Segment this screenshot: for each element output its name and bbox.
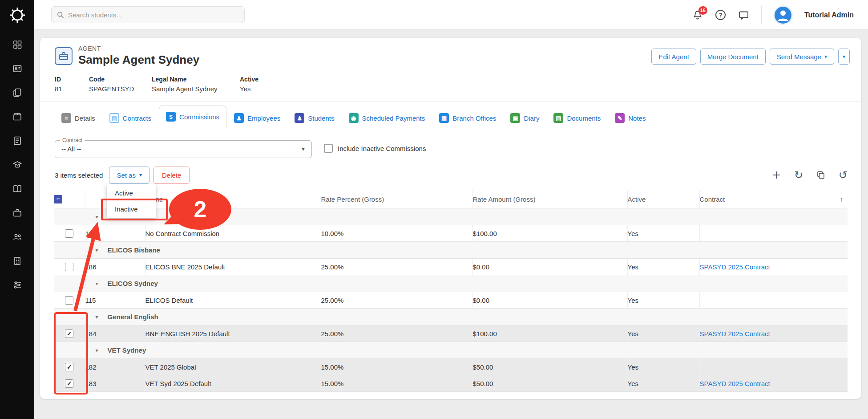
row-checkbox[interactable] (65, 263, 73, 271)
header-actions: Edit Agent Merge Document Send Message (651, 49, 850, 65)
copy-icon (816, 171, 825, 179)
building-icon[interactable] (12, 256, 23, 266)
search-input[interactable] (68, 11, 239, 19)
graduation-cap-icon[interactable] (12, 159, 23, 170)
page-title: Sample Agent Sydney (78, 53, 199, 67)
commissions-table: Name Rate Percent (Gross) Rate Amount (G… (54, 190, 848, 392)
contract-link[interactable]: SPASYD 2025 Contract (700, 263, 770, 271)
book-icon[interactable] (12, 183, 23, 194)
include-inactive-checkbox-box[interactable] (324, 144, 333, 153)
plus-icon: + (772, 170, 781, 180)
collapse-group-icon[interactable] (96, 281, 98, 287)
agent-detail-card: AGENT Sample Agent Sydney Edit Agent Mer… (40, 38, 861, 399)
students-icon: ♟ (295, 113, 304, 123)
box-icon[interactable] (12, 111, 23, 122)
topbar-divider (761, 6, 762, 24)
collapse-group-icon[interactable] (96, 214, 98, 220)
merge-document-button[interactable]: Merge Document (700, 49, 766, 65)
include-inactive-checkbox[interactable]: Include Inactive Commissions (324, 144, 426, 153)
refresh-button[interactable]: ↻ (793, 169, 804, 181)
history-button[interactable]: ↺ (837, 169, 849, 181)
contract-link[interactable]: SPASYD 2025 Contract (700, 380, 770, 387)
select-all-checkbox[interactable] (54, 195, 62, 203)
avatar[interactable] (773, 5, 793, 25)
invoice-icon[interactable] (12, 135, 23, 146)
collapse-group-icon[interactable] (96, 347, 98, 354)
help-icon[interactable]: ? (715, 9, 727, 21)
tab-bar: ≡Details ▤Contracts $Commissions ♟Employ… (55, 106, 652, 128)
group-row: ELICOS Bisbane (54, 242, 848, 259)
tab-notes[interactable]: ✎Notes (608, 108, 652, 128)
include-inactive-label: Include Inactive Commissions (338, 145, 426, 152)
collapse-group-icon[interactable] (96, 247, 98, 253)
table-row-selected[interactable]: 182 VET 2025 Global 15.00% $50.00 Yes (54, 359, 848, 375)
copy-button[interactable] (815, 169, 827, 181)
page: 16 ? Tutorial Admin AGENT Sample Agent S… (0, 0, 868, 419)
col-header-rate-percent[interactable]: Rate Percent (Gross) (321, 190, 472, 208)
search-icon (57, 11, 64, 19)
sliders-icon[interactable] (12, 280, 23, 290)
app-logo[interactable] (7, 5, 27, 25)
notifications-bell-icon[interactable]: 16 (692, 9, 703, 21)
agent-type-label: AGENT (78, 45, 101, 52)
sidebar (0, 0, 34, 419)
row-checkbox[interactable] (65, 229, 73, 238)
send-message-button[interactable]: Send Message (770, 49, 834, 65)
table-row-selected[interactable]: 183 VET Syd 2025 Default 15.00% $50.00 Y… (54, 375, 848, 392)
more-actions-button[interactable] (838, 49, 850, 65)
tab-diary[interactable]: ▣Diary (504, 108, 546, 128)
contracts-icon: ▤ (109, 113, 119, 123)
header-divider (40, 102, 861, 102)
info-field-code: Code SPAGENTSYD (89, 76, 152, 93)
col-header-rate-amount[interactable]: Rate Amount (Gross) (472, 190, 627, 208)
group-row: VET Sydney (54, 342, 848, 359)
table-row[interactable]: 186 ELICOS BNE 2025 Default 25.00% $0.00… (54, 259, 848, 275)
table-row[interactable]: 187 No Contract Commission 10.00% $100.0… (54, 225, 848, 242)
topbar-right: 16 ? Tutorial Admin (692, 0, 854, 30)
collapse-group-icon[interactable] (96, 314, 98, 320)
edit-agent-button[interactable]: Edit Agent (651, 49, 696, 65)
contract-link[interactable]: SPASYD 2025 Contract (700, 330, 770, 338)
delete-button[interactable]: Delete (153, 167, 190, 184)
chat-icon[interactable] (738, 9, 750, 21)
bulk-actions-row: 3 items selected Set as Delete + ↻ ↺ (55, 166, 850, 184)
search-box (51, 6, 245, 23)
menu-item-inactive[interactable]: Inactive (107, 201, 156, 217)
row-checkbox-checked[interactable] (65, 330, 73, 338)
details-icon: ≡ (61, 113, 71, 123)
tab-students[interactable]: ♟Students (288, 108, 341, 128)
row-checkbox[interactable] (65, 296, 73, 305)
people-icon[interactable] (12, 232, 23, 242)
table-row[interactable]: 115 ELICOS Default 25.00% $0.00 Yes (54, 292, 848, 309)
add-commission-button[interactable]: + (771, 169, 782, 181)
menu-item-active[interactable]: Active (107, 185, 156, 201)
col-header-contract[interactable]: Contract↑ (699, 190, 848, 208)
sort-ascending-icon[interactable]: ↑ (840, 195, 844, 203)
documents-tab-icon: ▤ (553, 113, 563, 123)
tab-documents[interactable]: ▤Documents (547, 108, 607, 128)
selected-count: 3 items selected (55, 171, 103, 179)
student-card-icon[interactable] (12, 63, 23, 74)
tab-employees[interactable]: ♟Employees (227, 108, 287, 128)
table-tools: + ↻ ↺ (771, 166, 849, 184)
row-checkbox-checked[interactable] (65, 363, 73, 371)
documents-icon[interactable] (12, 87, 23, 98)
info-field-id: ID 81 (55, 76, 89, 93)
tab-commissions[interactable]: $Commissions (159, 106, 226, 128)
tab-contracts[interactable]: ▤Contracts (103, 108, 158, 128)
col-header-active[interactable]: Active (627, 190, 699, 208)
info-field-legal-name: Legal Name Sample Agent Sydney (152, 76, 240, 93)
set-as-button[interactable]: Set as (109, 167, 149, 184)
dashboard-grid-icon[interactable] (12, 39, 23, 50)
app-logo-icon (9, 7, 26, 24)
commissions-icon: $ (166, 112, 176, 122)
contract-select[interactable]: Contract -- All -- (55, 140, 312, 158)
tab-branch-offices[interactable]: ▦Branch Offices (432, 108, 503, 128)
row-checkbox-checked[interactable] (65, 379, 73, 388)
col-header-name[interactable]: Name (145, 190, 321, 208)
history-icon: ↺ (839, 170, 848, 180)
tab-details[interactable]: ≡Details (55, 108, 102, 128)
briefcase-icon[interactable] (12, 207, 23, 218)
table-row-selected[interactable]: 184 BNE ENGLISH 2025 Default 25.00% $100… (54, 325, 848, 342)
tab-scheduled-payments[interactable]: ◉Scheduled Payments (342, 108, 432, 128)
